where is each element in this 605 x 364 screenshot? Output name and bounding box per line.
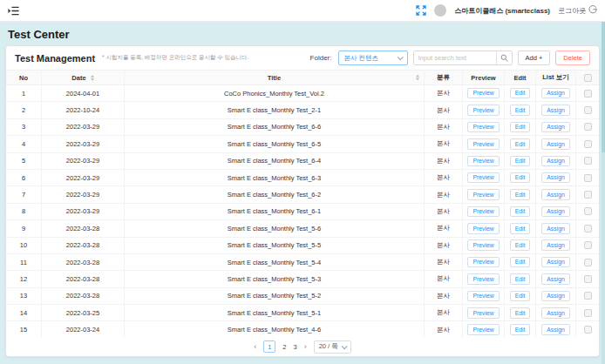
row-checkbox[interactable]	[584, 140, 592, 148]
sort-icon[interactable]	[91, 75, 94, 81]
row-checkbox[interactable]	[584, 275, 592, 283]
assign-button[interactable]: Assign	[541, 257, 569, 267]
scrollbar-thumb[interactable]	[602, 22, 605, 152]
row-checkbox[interactable]	[584, 191, 592, 199]
preview-button[interactable]: Preview	[467, 172, 499, 183]
assign-button[interactable]: Assign	[541, 122, 569, 132]
row-date: 2024-04-01	[42, 85, 125, 101]
sort-icon[interactable]	[416, 75, 419, 81]
edit-button[interactable]: Edit	[510, 206, 531, 217]
row-title: Smart E class_Monthly Test_6-2	[125, 186, 425, 202]
search-button[interactable]	[496, 51, 512, 64]
folder-select[interactable]: 본사 컨텐츠	[338, 51, 408, 65]
assign-button[interactable]: Assign	[541, 223, 569, 233]
preview-button[interactable]: Preview	[467, 138, 499, 149]
row-title: Smart E class_Monthly Test_6-3	[125, 170, 425, 185]
edit-button[interactable]: Edit	[510, 307, 531, 318]
preview-button[interactable]: Preview	[467, 223, 499, 233]
assign-button[interactable]: Assign	[541, 172, 569, 183]
row-checkbox[interactable]	[584, 123, 592, 131]
edit-button[interactable]: Edit	[510, 257, 531, 267]
delete-button[interactable]: Delete	[555, 51, 590, 65]
row-checkbox[interactable]	[584, 157, 592, 165]
row-category: 본사	[425, 204, 463, 219]
preview-button[interactable]: Preview	[467, 307, 499, 318]
row-date: 2022-03-29	[42, 153, 125, 169]
row-checkbox[interactable]	[584, 309, 592, 317]
edit-button[interactable]: Edit	[510, 122, 531, 132]
page-button-1[interactable]: 1	[263, 340, 275, 353]
page-button-2[interactable]: 2	[282, 343, 286, 351]
row-checkbox[interactable]	[584, 90, 592, 98]
preview-button[interactable]: Preview	[467, 324, 499, 334]
preview-button[interactable]: Preview	[467, 273, 499, 284]
row-checkbox[interactable]	[584, 241, 592, 249]
panel-subtitle: * 시험지를 등록, 배정하면 온라인으로 응시할 수 있습니다.	[102, 54, 248, 62]
edit-button[interactable]: Edit	[510, 138, 531, 149]
assign-button[interactable]: Assign	[541, 88, 569, 98]
preview-button[interactable]: Preview	[467, 88, 499, 98]
edit-button[interactable]: Edit	[510, 324, 531, 334]
page-size-select[interactable]: 20 / 쪽	[314, 340, 351, 354]
row-date: 2022-03-28	[42, 288, 125, 304]
row-title: Smart E class_Monthly Test_4-6	[125, 321, 425, 337]
row-checkbox[interactable]	[584, 225, 592, 233]
pagination: ‹ 1 2 3 › 20 / 쪽	[6, 337, 599, 356]
assign-button[interactable]: Assign	[541, 291, 569, 301]
edit-button[interactable]: Edit	[510, 189, 531, 199]
row-category: 본사	[425, 254, 463, 270]
row-checkbox[interactable]	[584, 259, 592, 266]
assign-button[interactable]: Assign	[541, 104, 569, 115]
add-button[interactable]: Add +	[518, 51, 551, 65]
preview-button[interactable]: Preview	[467, 206, 499, 217]
preview-button[interactable]: Preview	[467, 189, 499, 199]
edit-button[interactable]: Edit	[510, 104, 531, 115]
assign-button[interactable]: Assign	[541, 239, 569, 250]
page-button-3[interactable]: 3	[293, 343, 296, 351]
row-checkbox[interactable]	[584, 106, 592, 114]
row-checkbox[interactable]	[584, 292, 592, 300]
assign-button[interactable]: Assign	[541, 273, 569, 284]
assign-button[interactable]: Assign	[541, 138, 569, 149]
edit-button[interactable]: Edit	[510, 239, 531, 250]
logout-button[interactable]: 로그아웃	[558, 5, 597, 16]
preview-button[interactable]: Preview	[467, 122, 499, 132]
next-page-button[interactable]: ›	[304, 343, 307, 351]
search-input[interactable]	[414, 51, 496, 64]
preview-button[interactable]: Preview	[467, 239, 499, 250]
edit-button[interactable]: Edit	[510, 223, 531, 233]
assign-button[interactable]: Assign	[541, 324, 569, 334]
row-number: 14	[6, 305, 42, 320]
row-checkbox[interactable]	[584, 174, 592, 182]
row-number: 10	[6, 238, 42, 253]
page-title: Test Center	[0, 22, 605, 45]
preview-button[interactable]: Preview	[467, 104, 499, 115]
edit-button[interactable]: Edit	[510, 156, 531, 166]
table-row: 3 2022-03-29 Smart E class_Monthly Test_…	[6, 119, 599, 136]
assign-button[interactable]: Assign	[541, 189, 569, 199]
select-all-checkbox[interactable]	[584, 74, 592, 82]
row-title: CoCo Phonics_Monthly Test_Vol.2	[125, 85, 425, 101]
row-checkbox[interactable]	[584, 326, 592, 334]
preview-button[interactable]: Preview	[467, 156, 499, 166]
assign-button[interactable]: Assign	[541, 206, 569, 217]
row-category: 본사	[425, 136, 463, 152]
row-checkbox[interactable]	[584, 207, 592, 215]
row-title: Smart E class_Monthly Test_6-4	[125, 153, 425, 169]
edit-button[interactable]: Edit	[510, 172, 531, 183]
assign-button[interactable]: Assign	[541, 156, 569, 166]
search-icon	[500, 54, 508, 62]
edit-button[interactable]: Edit	[510, 88, 531, 98]
assign-button[interactable]: Assign	[541, 307, 569, 318]
menu-unfold-icon[interactable]	[8, 5, 19, 17]
scrollbar[interactable]	[602, 22, 605, 364]
fullscreen-icon[interactable]	[416, 5, 426, 16]
table-row: 14 2022-03-25 Smart E class_Monthly Test…	[6, 305, 599, 321]
header-preview: Preview	[463, 71, 505, 84]
table-row: 13 2022-03-28 Smart E class_Monthly Test…	[6, 288, 599, 305]
edit-button[interactable]: Edit	[510, 273, 531, 284]
preview-button[interactable]: Preview	[467, 291, 499, 301]
edit-button[interactable]: Edit	[510, 291, 531, 301]
preview-button[interactable]: Preview	[467, 257, 499, 267]
prev-page-button[interactable]: ‹	[254, 343, 256, 351]
